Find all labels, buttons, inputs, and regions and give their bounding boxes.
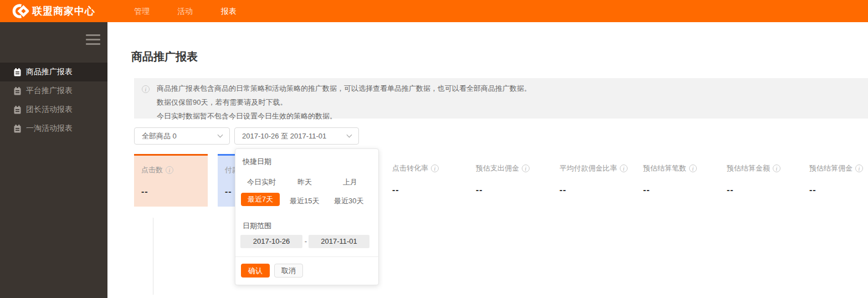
chevron-down-icon	[218, 132, 223, 138]
metric-card-estimated-settlement-commission[interactable]: 预估结算佣金 i --	[802, 154, 868, 207]
sidebar-item-label: 平台推广报表	[26, 86, 73, 96]
quick-option-today-realtime[interactable]: 今日实时	[247, 177, 276, 187]
product-select[interactable]: 全部商品 0	[134, 127, 230, 145]
metric-label: 平均付款佣金比率 i	[559, 163, 628, 173]
end-date-input[interactable]: 2017-11-01	[309, 235, 369, 248]
info-icon[interactable]: i	[689, 165, 697, 172]
metric-value: --	[809, 185, 816, 195]
sidebar-item-platform-report[interactable]: 平台推广报表	[0, 81, 107, 100]
metric-value: --	[141, 187, 148, 197]
metric-card-estimated-commission-spend[interactable]: 预估支出佣金 i --	[469, 154, 542, 207]
notice-line: 数据仅保留90天，若有需要请及时下载。	[157, 95, 531, 109]
metric-label: 点击数 i	[141, 165, 173, 175]
metric-label: 预估结算佣金 i	[809, 163, 863, 173]
brand-logo-icon	[9, 3, 29, 19]
sidebar-item-product-report[interactable]: 商品推广报表	[0, 63, 107, 81]
report-icon	[14, 125, 21, 133]
brand-title: 联盟商家中心	[32, 0, 95, 22]
metric-label: 点击转化率 i	[392, 163, 439, 173]
sidebar-item-label: 一淘活动报表	[26, 124, 73, 133]
metric-label: 预估结算金额 i	[727, 163, 780, 173]
date-range-select[interactable]: 2017-10-26 至 2017-11-01	[234, 127, 359, 145]
quick-option-last-30-days[interactable]: 最近30天	[334, 196, 363, 206]
start-date-input[interactable]: 2017-10-26	[240, 235, 302, 248]
date-range-separator: -	[303, 235, 309, 248]
sidebar-item-label: 商品推广报表	[26, 67, 73, 77]
page-title: 商品推广报表	[131, 49, 198, 64]
date-range-label: 日期范围	[243, 221, 271, 231]
metric-value: --	[476, 185, 483, 195]
chart-axis-line	[153, 218, 153, 295]
metric-value: --	[559, 185, 567, 195]
report-icon	[14, 87, 21, 95]
info-icon[interactable]: i	[773, 165, 780, 172]
metric-value: --	[225, 187, 232, 197]
quick-option-yesterday[interactable]: 昨天	[297, 177, 312, 187]
info-icon[interactable]: i	[166, 166, 173, 174]
metric-label: 预估支出佣金 i	[476, 163, 530, 173]
quick-date-label: 快捷日期	[243, 157, 271, 167]
sidebar-menu: 商品推广报表 平台推广报表	[0, 63, 107, 138]
info-icon[interactable]: i	[522, 165, 530, 172]
top-header: 联盟商家中心 管理 活动 报表	[0, 0, 868, 22]
confirm-button[interactable]: 确认	[241, 264, 270, 278]
quick-option-last-15-days[interactable]: 最近15天	[290, 196, 319, 206]
popup-divider	[235, 256, 378, 257]
metric-card-estimated-settlement-count[interactable]: 预估结算笔数 i --	[636, 154, 710, 207]
report-icon	[14, 68, 21, 76]
metric-label: 预估结算笔数 i	[643, 163, 697, 173]
sidebar-item-leader-activity-report[interactable]: 团长活动报表	[0, 100, 107, 119]
nav-item-report[interactable]: 报表	[221, 0, 237, 22]
quick-option-last-month[interactable]: 上月	[343, 177, 357, 187]
nav-item-manage[interactable]: 管理	[134, 0, 150, 22]
date-range-select-value: 2017-10-26 至 2017-11-01	[242, 131, 326, 141]
info-icon[interactable]: i	[431, 165, 439, 172]
nav-item-activity[interactable]: 活动	[177, 0, 193, 22]
hamburger-icon[interactable]	[86, 34, 100, 45]
info-icon: i	[142, 85, 150, 93]
metric-value: --	[727, 185, 734, 195]
notice-line: 今日实时数据暂不包含今日设置今日生效的策略的数据。	[157, 109, 531, 123]
notice-banner: i 商品推广报表包含商品的日常策略和活动策略的推广数据，可以选择查看单品推广数据…	[134, 78, 868, 119]
sidebar-item-label: 团长活动报表	[26, 105, 73, 115]
metric-value: --	[643, 185, 650, 195]
app-window: 联盟商家中心 管理 活动 报表 商品推广报表	[0, 0, 868, 298]
info-icon[interactable]: i	[620, 165, 628, 172]
chevron-down-icon	[347, 132, 352, 138]
metric-value: --	[392, 185, 399, 195]
notice-text: 商品推广报表包含商品的日常策略和活动策略的推广数据，可以选择查看单品推广数据，也…	[157, 81, 531, 123]
info-icon[interactable]: i	[855, 165, 863, 172]
metric-card-clicks[interactable]: 点击数 i --	[134, 154, 208, 207]
sidebar: 商品推广报表 平台推广报表	[0, 22, 107, 298]
report-icon	[14, 106, 21, 114]
cancel-button[interactable]: 取消	[274, 264, 303, 278]
sidebar-item-etao-activity-report[interactable]: 一淘活动报表	[0, 119, 107, 138]
quick-option-last-7-days[interactable]: 最近7天	[241, 193, 280, 206]
metric-card-click-conversion[interactable]: 点击转化率 i --	[385, 154, 459, 207]
notice-line: 商品推广报表包含商品的日常策略和活动策略的推广数据，可以选择查看单品推广数据，也…	[157, 81, 531, 95]
metric-card-avg-commission-rate[interactable]: 平均付款佣金比率 i --	[552, 154, 626, 207]
date-picker-popup: 快捷日期 今日实时 昨天 上月 最近7天 最近15天 最近30天 日期范围 20…	[235, 148, 379, 285]
product-select-value: 全部商品 0	[142, 131, 177, 141]
metric-card-estimated-settlement-amount[interactable]: 预估结算金额 i --	[720, 154, 793, 207]
